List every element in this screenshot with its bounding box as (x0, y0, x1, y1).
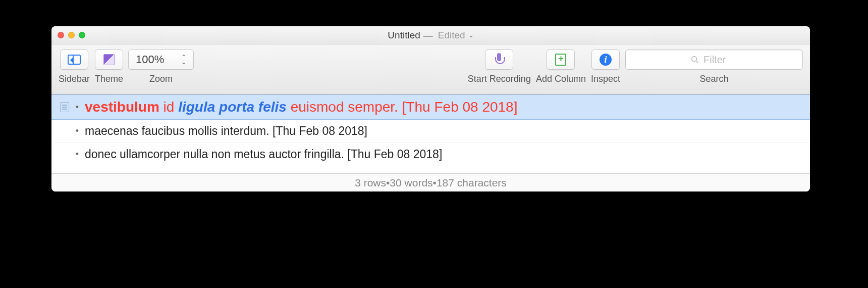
close-window-button[interactable] (58, 32, 64, 38)
zoom-value: 100% (136, 53, 164, 66)
svg-line-1 (696, 61, 698, 63)
zoom-stepper[interactable]: 100% ⌃⌄ (128, 50, 194, 70)
stepper-arrows-icon: ⌃⌄ (181, 55, 186, 65)
toolbar: Sidebar Theme 100% ⌃⌄ Zoom Start Recordi… (51, 44, 810, 94)
add-column-button[interactable] (547, 50, 575, 70)
theme-icon (103, 54, 115, 65)
title-separator: — (423, 30, 433, 41)
app-window: Untitled — Edited ⌄ Sidebar Theme 100% ⌃… (51, 26, 810, 191)
theme-label: Theme (95, 74, 123, 84)
note-icon (60, 102, 69, 112)
status-bar: 3 rows • 30 words • 187 characters (51, 173, 810, 191)
microphone-icon (494, 53, 505, 66)
sidebar-icon (68, 55, 81, 65)
status-rows: 3 rows (355, 177, 386, 189)
minimize-window-button[interactable] (68, 32, 75, 38)
document-title: Untitled (388, 30, 420, 41)
status-sep2: • (433, 177, 437, 189)
zoom-label: Zoom (149, 74, 173, 84)
row-text[interactable]: vestibulum id ligula porta felis euismod… (85, 98, 800, 116)
search-group: Search (625, 50, 803, 84)
outline-row[interactable]: •vestibulum id ligula porta felis euismo… (51, 94, 810, 120)
add-column-label: Add Column (536, 74, 586, 84)
sidebar-group: Sidebar (59, 50, 90, 84)
start-recording-group: Start Recording (468, 50, 531, 84)
row-text[interactable]: maecenas faucibus mollis interdum. [Thu … (85, 124, 800, 139)
add-column-group: Add Column (536, 50, 586, 84)
text-span: maecenas faucibus mollis interdum. [Thu … (85, 124, 367, 137)
text-span: euismod semper. [Thu Feb 08 2018] (287, 99, 518, 115)
status-characters: 187 characters (437, 177, 507, 189)
outline-row[interactable]: •donec ullamcorper nulla non metus aucto… (51, 143, 810, 166)
bullet-icon: • (72, 149, 83, 160)
theme-group: Theme (95, 50, 123, 84)
status-sep1: • (386, 177, 390, 189)
outline-row[interactable]: •maecenas faucibus mollis interdum. [Thu… (51, 120, 810, 143)
search-input[interactable] (702, 54, 738, 66)
start-recording-label: Start Recording (468, 74, 531, 84)
row-handle-icon[interactable] (58, 102, 72, 112)
titlebar[interactable]: Untitled — Edited ⌄ (51, 26, 810, 44)
search-field[interactable] (625, 50, 803, 70)
sidebar-label: Sidebar (59, 74, 90, 84)
search-label: Search (699, 74, 728, 84)
zoom-window-button[interactable] (79, 32, 85, 38)
zoom-group: 100% ⌃⌄ Zoom (128, 50, 194, 84)
chevron-down-icon[interactable]: ⌄ (468, 31, 474, 39)
status-words: 30 words (390, 177, 432, 189)
inspect-group: i Inspect (591, 50, 620, 84)
sidebar-toggle-button[interactable] (60, 50, 88, 70)
row-text[interactable]: donec ullamcorper nulla non metus auctor… (85, 147, 800, 162)
window-title[interactable]: Untitled — Edited ⌄ (51, 30, 810, 41)
start-recording-button[interactable] (485, 50, 513, 70)
outline-content[interactable]: •vestibulum id ligula porta felis euismo… (51, 94, 810, 173)
search-icon (690, 55, 699, 64)
traffic-lights (58, 32, 85, 38)
text-span: vestibulum (85, 99, 159, 115)
inspect-label: Inspect (591, 74, 620, 84)
info-icon: i (600, 54, 612, 66)
add-column-icon (555, 54, 566, 66)
inspect-button[interactable]: i (591, 50, 620, 70)
svg-point-0 (692, 57, 697, 62)
theme-button[interactable] (95, 50, 123, 70)
text-span: id (159, 99, 178, 115)
document-state: Edited (438, 30, 465, 41)
bullet-icon: • (72, 125, 83, 137)
text-span: donec ullamcorper nulla non metus auctor… (85, 148, 442, 161)
text-span: ligula porta felis (178, 99, 287, 115)
bullet-icon: • (72, 102, 83, 113)
